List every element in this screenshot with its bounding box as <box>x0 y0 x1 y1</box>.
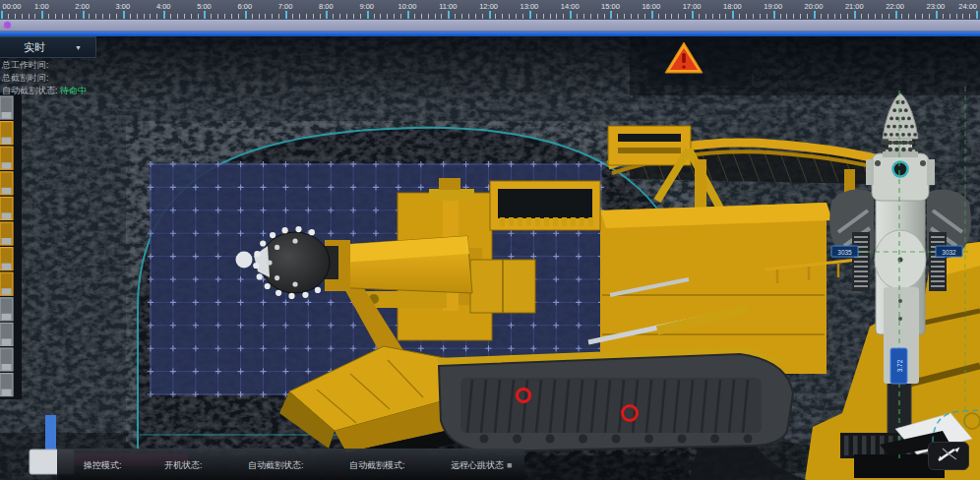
minor-tick <box>915 14 916 19</box>
minor-tick <box>699 14 700 19</box>
measurement-label-left: 3035 <box>831 246 858 257</box>
crawler-track <box>437 346 793 451</box>
status-bar-item: 操控模式: <box>84 459 122 472</box>
minor-tick <box>786 14 787 19</box>
timeline-hour-label: 2:00 <box>75 2 90 11</box>
hour-tick <box>976 11 978 19</box>
timeline-hour-label: 15:00 <box>601 2 620 11</box>
timeline-hour-label: 18:00 <box>723 2 742 11</box>
minor-tick <box>482 14 483 19</box>
hour-tick <box>732 11 734 19</box>
minor-tick <box>441 14 442 19</box>
scene-3d-viewport[interactable]: 3035 3032 3.72 <box>0 0 980 480</box>
minor-tick <box>509 14 510 19</box>
timeline-hour-label: 14:00 <box>561 2 580 11</box>
minor-tick <box>394 14 395 19</box>
timeline-track[interactable] <box>0 20 980 31</box>
minor-tick <box>259 14 260 19</box>
minor-tick <box>780 14 781 19</box>
minor-tick <box>15 14 16 19</box>
minor-tick <box>150 14 151 19</box>
minor-tick <box>827 14 828 19</box>
playhead-marker[interactable] <box>4 22 11 29</box>
minor-tick <box>875 14 876 19</box>
minor-tick <box>577 14 578 19</box>
timeline-hour-label: 21:00 <box>845 2 864 11</box>
minor-tick <box>272 14 273 19</box>
accent-divider <box>0 31 980 36</box>
hour-tick <box>163 11 165 19</box>
minor-tick <box>137 14 138 19</box>
annotation-pen-button[interactable] <box>928 442 969 470</box>
status-bar-item: 自动截割模式: <box>349 459 405 472</box>
minor-tick <box>238 14 239 19</box>
heartbeat-indicator: ■ <box>507 460 512 470</box>
hour-tick <box>83 11 85 19</box>
minor-tick <box>191 14 192 19</box>
minor-tick <box>712 14 713 19</box>
hour-tick <box>651 11 653 19</box>
total-work-time-label: 总工作时间: <box>2 60 49 70</box>
alert-panel <box>647 36 752 86</box>
minor-tick <box>590 14 591 19</box>
minor-tick <box>671 14 672 19</box>
minor-tick <box>346 14 347 19</box>
timeline-hour-label: 22:00 <box>886 2 904 11</box>
status-bar: ■ 操控模式:开机状态:自动截割状态:自动截割模式:远程心跳状态 <box>57 449 524 480</box>
minor-tick <box>48 14 49 19</box>
measurement-label-depth: 3.72 <box>890 348 907 384</box>
timeline-hour-label: 12:00 <box>479 2 498 11</box>
minor-tick <box>949 14 950 19</box>
timeline-hour-label: 6:00 <box>237 2 252 11</box>
timeline-ruler[interactable]: 00:001:002:003:004:005:006:007:008:009:0… <box>0 0 980 20</box>
hour-tick <box>41 11 43 19</box>
time-mode-dropdown[interactable]: 实时 ▼ <box>0 36 96 58</box>
minor-tick <box>435 14 436 19</box>
minor-tick <box>638 14 639 19</box>
minor-tick <box>184 14 185 19</box>
timeline-hour-label: 10:00 <box>398 2 417 11</box>
minor-tick <box>556 14 557 19</box>
minor-tick <box>231 14 232 19</box>
minor-tick <box>840 14 841 19</box>
minor-tick <box>69 14 70 19</box>
minor-tick <box>198 14 199 19</box>
minor-tick <box>631 14 632 19</box>
minor-tick <box>705 14 706 19</box>
minor-tick <box>739 14 740 19</box>
status-row: 自动截割状态: 待命中 <box>2 85 87 97</box>
minor-tick <box>834 14 835 19</box>
minor-tick <box>563 14 564 19</box>
minor-tick <box>95 14 96 19</box>
svg-text:3.72: 3.72 <box>896 359 903 372</box>
minor-tick <box>333 14 334 19</box>
timeline-hour-label: 11:00 <box>439 2 457 11</box>
timeline-hour-label: 00:00 <box>3 2 22 11</box>
hour-tick <box>285 11 287 19</box>
hour-tick <box>692 11 694 19</box>
minor-tick <box>252 14 253 19</box>
laser-target-dot <box>236 252 253 269</box>
minor-tick <box>962 14 963 19</box>
drill-sensor-ring <box>893 162 908 177</box>
status-panel: 总工作时间: 总截割时间: 自动截割状态: 待命中 <box>2 59 87 97</box>
minor-tick <box>144 14 145 19</box>
hour-tick <box>610 11 612 19</box>
minor-tick <box>313 14 314 19</box>
timeline-hour-label: 9:00 <box>359 2 374 11</box>
auto-cut-state-label: 自动截割状态: <box>2 86 58 95</box>
minor-tick <box>725 14 726 19</box>
minor-tick <box>522 14 523 19</box>
minor-tick <box>353 14 354 19</box>
time-mode-label: 实时 <box>24 37 45 57</box>
minor-tick <box>89 14 90 19</box>
minor-tick <box>320 14 321 19</box>
timeline-hour-label: 20:00 <box>805 2 824 11</box>
hour-tick <box>204 11 206 19</box>
minor-tick <box>908 14 909 19</box>
total-cut-time-label: 总截割时间: <box>2 73 49 83</box>
minor-tick <box>76 14 77 19</box>
minor-tick <box>455 14 456 19</box>
timeline-hour-label: 7:00 <box>278 2 293 11</box>
timeline-hour-label: 23:00 <box>927 2 946 11</box>
